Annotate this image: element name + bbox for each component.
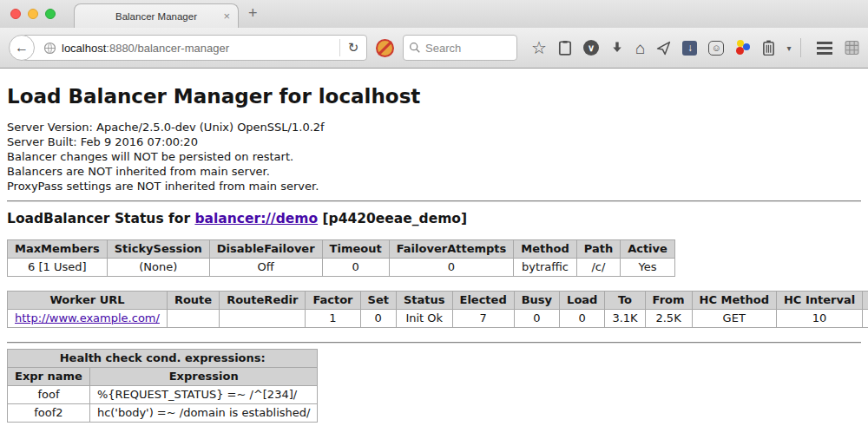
balancer-data-row: 6 [1 Used] (None) Off 0 0 bytraffic /c/ … [8,259,675,277]
cell-expr-name: foof [8,386,90,404]
bookmark-star-icon[interactable]: ☆ [531,39,547,56]
minimize-window-button[interactable] [28,9,38,19]
container-battery-icon[interactable] [762,40,775,56]
col-stickysession: StickySession [107,240,209,259]
col-set: Set [360,292,396,310]
url-path: :8880/balancer-manager [106,42,229,55]
toolbar-right-group [797,38,859,57]
health-check-table: Health check cond. expressions: Expr nam… [7,349,318,423]
horizontal-rule [7,200,861,202]
col-busy: Busy [514,292,559,310]
search-icon [409,42,421,54]
toolbar-divider [800,38,801,57]
cell-hc-method: GET [692,310,776,328]
video-download-icon[interactable]: ↓ [682,41,697,56]
health-data-row: foof2 hc('body') =~ /domain is establish… [8,404,318,423]
navigation-toolbar: ← localhost:8880/balancer-manager ↻ ☆ ∨ [0,28,868,69]
cell-path: /c/ [576,259,620,277]
cell-active: Yes [621,259,675,277]
extension-grid-icon[interactable] [845,40,859,56]
col-method: Method [514,240,576,259]
col-timeout: Timeout [322,240,389,259]
col-load: Load [560,292,605,310]
cell-factor: 1 [306,310,360,328]
close-tab-icon[interactable]: × [223,10,230,23]
titlebar: Balancer Manager × + [0,0,868,28]
cell-routeredir [220,310,306,328]
balancer-status-heading: LoadBalancer Status for balancer://demo … [7,211,861,226]
balancer-header-row: MaxMembers StickySession DisableFailover… [8,240,675,259]
health-table-title: Health check cond. expressions: [8,350,318,368]
home-icon[interactable]: ⌂ [635,40,645,56]
cell-from: 2.5K [645,310,692,328]
menu-hamburger-icon[interactable] [817,42,832,55]
back-button[interactable]: ← [9,35,35,61]
col-maxmembers: MaxMembers [8,240,108,259]
chat-smiley-icon[interactable]: ☺ [708,41,724,56]
col-path: Path [576,240,620,259]
cell-expression: hc('body') =~ /domain is established/ [89,404,318,423]
cell-worker-url: http://www.example.com/ [8,310,168,328]
col-factor: Factor [306,292,360,310]
clipboard-icon[interactable] [558,40,572,56]
colorpicker-dots-icon[interactable] [735,40,751,56]
cell-busy: 0 [514,310,559,328]
health-title-row: Health check cond. expressions: [8,350,318,368]
traffic-lights [10,9,56,19]
server-info: Server Version: Apache/2.5.0-dev (Unix) … [7,120,861,193]
proxypass-note-line: ProxyPass settings are NOT inherited fro… [7,179,861,193]
cell-expression: %{REQUEST_STATUS} =~ /^[234]/ [89,386,318,404]
col-from: From [645,292,692,310]
search-bar[interactable] [403,35,517,61]
cell-elected: 7 [452,310,514,328]
balancer-table: MaxMembers StickySession DisableFailover… [7,239,675,277]
cell-hc-interval: 10 [776,310,862,328]
cell-stickysession: (None) [107,259,209,277]
cell-route [167,310,219,328]
persist-note-line: Balancer changes will NOT be persisted o… [7,149,861,164]
url-domain: localhost [62,42,106,55]
content-blocker-icon[interactable] [376,39,394,57]
health-data-row: foof %{REQUEST_STATUS} =~ /^[234]/ [8,386,318,404]
col-worker-url: Worker URL [8,292,168,310]
send-plane-icon[interactable] [656,41,671,56]
worker-data-row: http://www.example.com/ 1 0 Init Ok 7 0 … [8,310,868,328]
col-expression: Expression [89,368,318,386]
cell-passes: 1 (0) [863,310,868,328]
balancer-demo-link[interactable]: balancer://demo [194,211,318,226]
col-to: To [605,292,645,310]
col-disablefailover: DisableFailover [209,240,322,259]
worker-header-row: Worker URL Route RouteRedir Factor Set S… [8,292,868,310]
horizontal-rule [7,342,861,344]
col-hc-interval: HC Interval [776,292,862,310]
close-window-button[interactable] [10,9,21,19]
inherit-note-line: Balancers are NOT inherited from main se… [7,164,861,179]
url-bar[interactable]: localhost:8880/balancer-manager ↻ [22,35,367,61]
status-suffix: [p4420eeae_demo] [318,211,467,226]
cell-set: 0 [360,310,396,328]
cell-load: 0 [560,310,605,328]
health-header-row: Expr name Expression [8,368,318,386]
worker-url-link[interactable]: http://www.example.com/ [15,311,160,324]
col-active: Active [621,240,675,259]
pocket-icon[interactable]: ∨ [583,40,599,56]
browser-chrome: Balancer Manager × + ← localhost:8880/ba… [0,0,868,69]
col-failoverattempts: FailoverAttempts [389,240,514,259]
download-icon[interactable] [610,41,624,55]
browser-tab[interactable]: Balancer Manager × [74,3,239,28]
server-version-line: Server Version: Apache/2.5.0-dev (Unix) … [7,120,861,134]
search-input[interactable] [425,42,503,55]
cell-expr-name: foof2 [8,404,90,423]
col-hc-method: HC Method [692,292,776,310]
worker-table: Worker URL Route RouteRedir Factor Set S… [7,291,868,328]
page-title: Load Balancer Manager for localhost [7,85,861,108]
cell-failoverattempts: 0 [389,259,514,277]
dropdown-caret-icon[interactable]: ▾ [786,43,791,53]
page-content: Load Balancer Manager for localhost Serv… [0,85,868,426]
new-tab-button[interactable]: + [248,4,258,23]
cell-disablefailover: Off [209,259,322,277]
cell-timeout: 0 [322,259,389,277]
reload-icon[interactable]: ↻ [340,40,366,56]
zoom-window-button[interactable] [45,9,56,19]
cell-status: Init Ok [396,310,452,328]
